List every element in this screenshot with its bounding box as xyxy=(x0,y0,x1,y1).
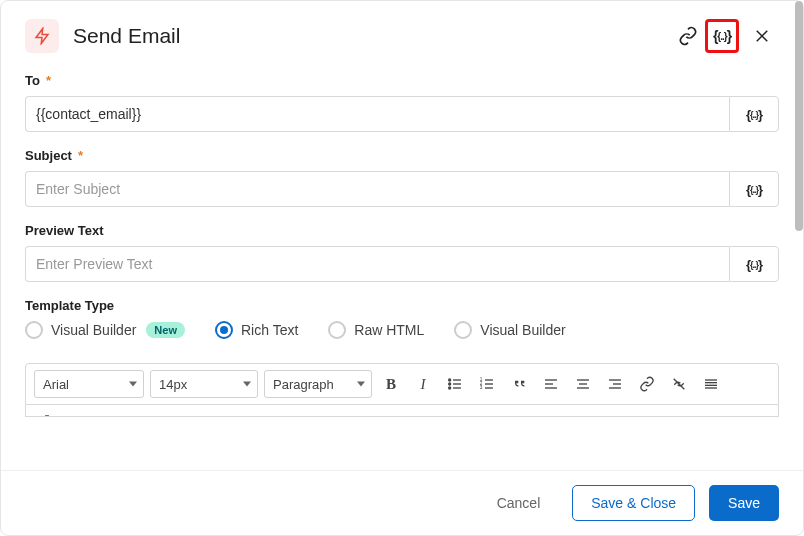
required-star: * xyxy=(78,148,83,163)
svg-point-2 xyxy=(449,383,451,385)
radio-rich-text-1[interactable]: Rich Text xyxy=(215,321,298,339)
modal-header: Send Email {{..}} xyxy=(1,1,803,57)
font-select[interactable]: Arial xyxy=(34,370,144,398)
ordered-list-button[interactable]: 123 xyxy=(474,371,500,397)
preview-input[interactable] xyxy=(25,246,729,282)
field-preview: Preview Text {{..}} xyxy=(25,223,779,282)
size-select[interactable]: 14px xyxy=(150,370,258,398)
svg-point-0 xyxy=(449,379,451,381)
unlink-button[interactable] xyxy=(666,371,692,397)
field-template-type: Template Type Visual BuilderNewRich Text… xyxy=(25,298,779,339)
lightning-icon xyxy=(25,19,59,53)
svg-text:3: 3 xyxy=(480,385,483,390)
italic-button[interactable]: I xyxy=(410,371,436,397)
field-subject: Subject * {{..}} xyxy=(25,148,779,207)
close-button[interactable] xyxy=(745,19,779,53)
modal-body: To * {{..}} Subject * {{..}} xyxy=(1,57,803,470)
radio-icon xyxy=(328,321,346,339)
settings-icon[interactable] xyxy=(34,409,60,417)
subject-merge-button[interactable]: {{..}} xyxy=(729,171,779,207)
cancel-button[interactable]: Cancel xyxy=(479,485,559,521)
radio-label: Visual Builder xyxy=(51,322,136,338)
label-to: To * xyxy=(25,73,779,88)
bold-button[interactable]: B xyxy=(378,371,404,397)
save-button[interactable]: Save xyxy=(709,485,779,521)
radio-icon xyxy=(25,321,43,339)
field-to: To * {{..}} xyxy=(25,73,779,132)
radio-raw-html-2[interactable]: Raw HTML xyxy=(328,321,424,339)
scrollbar[interactable] xyxy=(795,1,803,231)
keyboard-icon[interactable] xyxy=(68,409,94,417)
new-badge: New xyxy=(146,322,185,338)
merge-icon: {{..}} xyxy=(746,257,762,272)
editor-toolbar-row2 xyxy=(25,405,779,417)
to-merge-button[interactable]: {{..}} xyxy=(729,96,779,132)
radio-visual-builder-3[interactable]: Visual Builder xyxy=(454,321,565,339)
editor-toolbar: Arial 14px Paragraph B I 123 xyxy=(25,363,779,405)
label-template-type-text: Template Type xyxy=(25,298,114,313)
subject-input[interactable] xyxy=(25,171,729,207)
align-center-button[interactable] xyxy=(570,371,596,397)
modal-footer: Cancel Save & Close Save xyxy=(1,470,803,535)
label-to-text: To xyxy=(25,73,40,88)
radio-label: Raw HTML xyxy=(354,322,424,338)
label-template-type: Template Type xyxy=(25,298,779,313)
save-close-button[interactable]: Save & Close xyxy=(572,485,695,521)
label-preview: Preview Text xyxy=(25,223,779,238)
radio-label: Rich Text xyxy=(241,322,298,338)
required-star: * xyxy=(46,73,51,88)
link-icon[interactable] xyxy=(671,19,705,53)
merge-icon: {{..}} xyxy=(746,107,762,122)
label-subject: Subject * xyxy=(25,148,779,163)
label-preview-text: Preview Text xyxy=(25,223,104,238)
radio-icon xyxy=(215,321,233,339)
label-subject-text: Subject xyxy=(25,148,72,163)
quote-button[interactable] xyxy=(506,371,532,397)
align-left-button[interactable] xyxy=(538,371,564,397)
merge-tags-button[interactable]: {{..}} xyxy=(705,19,739,53)
modal-title: Send Email xyxy=(73,24,180,48)
block-select[interactable]: Paragraph xyxy=(264,370,372,398)
align-justify-button[interactable] xyxy=(698,371,724,397)
to-input[interactable] xyxy=(25,96,729,132)
send-email-modal: Send Email {{..}} To * {{..}} xyxy=(0,0,804,536)
preview-merge-button[interactable]: {{..}} xyxy=(729,246,779,282)
merge-icon: {{..}} xyxy=(746,182,762,197)
merge-icon: {{..}} xyxy=(713,28,731,44)
radio-visual-builder-0[interactable]: Visual BuilderNew xyxy=(25,321,185,339)
radio-label: Visual Builder xyxy=(480,322,565,338)
radio-icon xyxy=(454,321,472,339)
insert-link-button[interactable] xyxy=(634,371,660,397)
align-right-button[interactable] xyxy=(602,371,628,397)
unordered-list-button[interactable] xyxy=(442,371,468,397)
svg-point-4 xyxy=(449,387,451,389)
